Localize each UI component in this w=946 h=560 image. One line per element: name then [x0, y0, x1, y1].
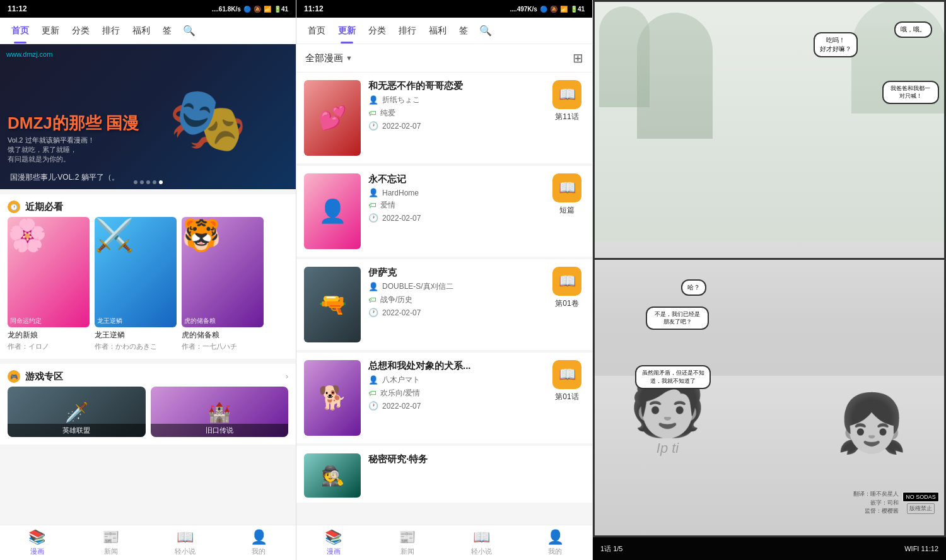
dot-5: [159, 180, 163, 184]
nav-rank-middle[interactable]: 排行: [392, 18, 423, 44]
nav-benefit-middle[interactable]: 福利: [423, 18, 453, 44]
manga-card-1[interactable]: ⚔️ 龙王逆鳞 龙王逆鳞 作者：かわのあきこ: [95, 217, 177, 351]
search-icon-left[interactable]: 🔍: [178, 25, 201, 37]
banner-subtext2: 有问题就是为你的。: [8, 155, 139, 164]
update-author-3: 👤 八木户マト: [368, 375, 542, 385]
grid-icon[interactable]: ⊞: [573, 50, 583, 66]
tab-mine-label-left: 我的: [252, 547, 266, 556]
ip-ti-text: Ip ti: [657, 440, 679, 457]
nav-updates-middle[interactable]: 更新: [332, 18, 362, 44]
manga-cover-1: ⚔️ 龙王逆鳞: [95, 217, 177, 327]
update-date-1: 🕐 2022-02-07: [368, 213, 542, 223]
tab-manga-left[interactable]: 📚 漫画: [0, 525, 74, 560]
nav-sign-left[interactable]: 签: [156, 18, 178, 44]
author-icon-3: 👤: [368, 375, 378, 385]
tab-mine-left[interactable]: 👤 我的: [222, 525, 296, 560]
recent-icon: 🕐: [8, 201, 20, 213]
dot-4: [153, 180, 156, 184]
update-date-0: 🕐 2022-02-07: [368, 121, 542, 131]
update-info-4: 秘密研究·特务: [368, 453, 585, 465]
manga-card-author-2: 作者：一七八ハチ: [182, 342, 264, 351]
tab-manga-middle[interactable]: 📚 漫画: [296, 525, 370, 560]
nav-updates-left[interactable]: 更新: [35, 18, 66, 44]
nav-bar-left: 首页 更新 分类 排行 福利 签 🔍: [0, 18, 296, 44]
section-header-recent: 🕐 近期必看: [0, 194, 296, 217]
manga-card-title-2: 虎的储备粮: [182, 330, 264, 341]
reader-image[interactable]: 🧑 👧 吃吗！好才好嘛？ 哦，哦。 我爸爸和我都一对只喊！: [593, 0, 946, 537]
tab-novel-left[interactable]: 📖 轻小说: [148, 525, 222, 560]
manga-card-2[interactable]: 🐯 虎的储备粮 虎的储备粮 作者：一七八ハチ: [182, 217, 264, 351]
game-section: 🎮 游戏专区 › 🗡️ 英雄联盟 🏰 旧口传说: [0, 364, 296, 445]
tab-manga-icon-left: 📚: [28, 529, 45, 545]
translation-credit: 翻译：睡不矣星人: [853, 490, 899, 499]
restricted-label: 版権禁止: [907, 503, 935, 514]
tab-news-middle[interactable]: 📰 新闻: [370, 525, 444, 560]
update-title-2: 伊萨克: [368, 267, 542, 279]
tab-news-left[interactable]: 📰 新闻: [74, 525, 148, 560]
update-author-1: 👤 HardHome: [368, 188, 542, 197]
tab-manga-label-left: 漫画: [30, 547, 44, 556]
tab-news-icon-middle: 📰: [399, 529, 416, 545]
date-icon-1: 🕐: [368, 213, 378, 223]
game-card-0[interactable]: 🗡️ 英雄联盟: [8, 387, 146, 437]
tab-novel-middle[interactable]: 📖 轻小说: [445, 525, 518, 560]
update-item-1[interactable]: 👤 永不忘记 👤 HardHome 🏷 爱情 🕐 2022-02-07 📖: [296, 166, 592, 257]
recent-title: 近期必看: [25, 201, 63, 213]
date-icon-2: 🕐: [368, 308, 378, 317]
update-item-2[interactable]: 🔫 伊萨克 👤 DOUBLE-S/真刈信二 🏷 战争/历史 🕐 2022-02-…: [296, 259, 592, 350]
nav-rank-left[interactable]: 排行: [96, 18, 126, 44]
tab-novel-icon-left: 📖: [177, 529, 194, 545]
game-more-button[interactable]: ›: [286, 372, 288, 381]
chapter-info: 1话 1/5: [600, 544, 622, 554]
update-cover-0: 💕: [304, 80, 361, 156]
update-item-0[interactable]: 💕 和无恶不作的哥哥恋爱 👤 折纸ちょこ 🏷 纯爱 🕐 2022-02-07: [296, 73, 592, 163]
author-icon-2: 👤: [368, 282, 378, 291]
tab-news-label-middle: 新闻: [400, 547, 414, 556]
chapter-book-icon-2: 📖: [552, 267, 581, 296]
update-chapter-3: 📖 第01话: [549, 360, 585, 402]
time-left: 11:12: [8, 4, 27, 13]
nav-home-middle[interactable]: 首页: [301, 18, 332, 44]
update-cover-4: 🕵️: [304, 453, 361, 498]
manga-card-author-1: 作者：かわのあきこ: [95, 342, 177, 351]
update-chapter-2: 📖 第01卷: [549, 267, 585, 309]
typesetting-credit: 嵌字：司和: [853, 499, 899, 508]
nav-category-middle[interactable]: 分类: [362, 18, 392, 44]
tab-mine-middle[interactable]: 👤 我的: [518, 525, 592, 560]
banner-left[interactable]: 🎭 www.dmzj.com DMZJ的那些 国漫 Vol.2 过年就该躺平看漫…: [0, 44, 296, 189]
update-info-0: 和无恶不作的哥哥恋爱 👤 折纸ちょこ 🏷 纯爱 🕐 2022-02-07: [368, 80, 542, 131]
banner-subtitle: Vol.2 过年就该躺平看漫画！: [8, 136, 139, 145]
update-cover-1: 👤: [304, 173, 361, 249]
game-card-title-1: 旧口传说: [151, 424, 289, 437]
manga-grid-recent: 🌸 同命运约定 龙的新娘 作者：イロノ ⚔️ 龙王逆鳞 龙王逆鳞 作者：かわのあ…: [0, 217, 296, 359]
update-title-1: 永不忘记: [368, 173, 542, 185]
recent-section: 🕐 近期必看 🌸 同命运约定 龙的新娘 作者：イロノ ⚔️ 龙王逆鳞: [0, 194, 296, 359]
update-genre-3: 🏷 欢乐向/爱情: [368, 388, 542, 399]
left-panel: 11:12 ....61.8K/s 🔵 🔕 📶 🔋41 首页 更新 分类 排行 …: [0, 0, 296, 560]
nav-bar-middle: 首页 更新 分类 排行 福利 签 🔍: [296, 18, 592, 44]
update-author-0: 👤 折纸ちょこ: [368, 95, 542, 105]
game-card-1[interactable]: 🏰 旧口传说: [151, 387, 289, 437]
update-item-3[interactable]: 🐕 总想和我处对象的犬系... 👤 八木户マト 🏷 欢乐向/爱情 🕐 2022-…: [296, 353, 592, 443]
update-info-3: 总想和我处对象的犬系... 👤 八木户マト 🏷 欢乐向/爱情 🕐 2022-02…: [368, 360, 542, 411]
nav-sign-middle[interactable]: 签: [453, 18, 474, 44]
tab-novel-label-middle: 轻小说: [471, 547, 492, 556]
manga-card-0[interactable]: 🌸 同命运约定 龙的新娘 作者：イロノ: [8, 217, 90, 351]
game-card-title-0: 英雄联盟: [8, 424, 146, 437]
nav-home-left[interactable]: 首页: [5, 18, 35, 44]
author-icon-0: 👤: [368, 95, 378, 105]
manga-cover-0: 🌸 同命运约定: [8, 217, 90, 327]
update-chapter-1: 📖 短篇: [549, 173, 585, 216]
tab-novel-icon-middle: 📖: [473, 529, 490, 545]
update-info-2: 伊萨克 👤 DOUBLE-S/真刈信二 🏷 战争/历史 🕐 2022-02-07: [368, 267, 542, 317]
supervision-credit: 监督：樱樱酱: [853, 507, 899, 516]
update-item-4[interactable]: 🕵️ 秘密研究·特务: [296, 446, 592, 503]
nav-benefit-left[interactable]: 福利: [126, 18, 156, 44]
game-title: 游戏专区: [25, 371, 63, 383]
genre-icon-2: 🏷: [368, 295, 377, 305]
nav-category-left[interactable]: 分类: [66, 18, 96, 44]
search-icon-middle[interactable]: 🔍: [474, 25, 497, 37]
chapter-label-1: 短篇: [559, 205, 575, 216]
credits-area: 翻译：睡不矣星人 嵌字：司和 监督：樱樱酱 NO SODAS 版権禁止: [853, 490, 939, 516]
filter-arrow[interactable]: ▼: [346, 54, 353, 62]
